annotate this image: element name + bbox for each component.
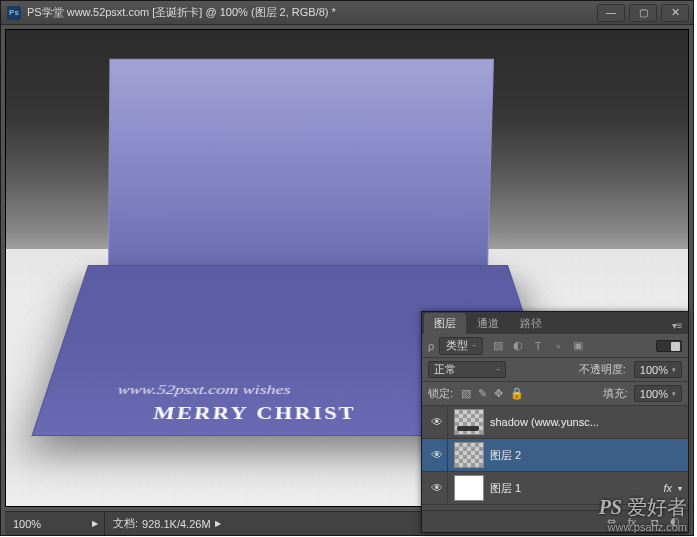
- fill-input[interactable]: 100% ▾: [634, 385, 682, 402]
- chevron-down-icon[interactable]: ▾: [678, 484, 682, 493]
- layers-footer: ⇔ fx. ◘ ◐: [422, 510, 688, 532]
- layer-thumbnail[interactable]: [454, 409, 484, 435]
- close-button[interactable]: ✕: [661, 4, 689, 22]
- lock-label: 锁定:: [428, 386, 453, 401]
- layer-thumbnail[interactable]: [454, 475, 484, 501]
- maximize-button[interactable]: ▢: [629, 4, 657, 22]
- filter-icons: ▨ ◐ T ▫ ▣: [492, 340, 584, 352]
- blend-opacity-row: 正常 ÷ 不透明度: 100% ▾: [422, 358, 688, 382]
- layer-mask-icon[interactable]: ◘: [651, 516, 658, 528]
- photoshop-window: Ps PS学堂 www.52psxt.com [圣诞折卡] @ 100% (图层…: [0, 0, 694, 536]
- layer-thumbnail[interactable]: [454, 442, 484, 468]
- doc-size-value: 928.1K/4.26M: [142, 518, 211, 530]
- link-layers-icon[interactable]: ⇔: [607, 515, 616, 528]
- chevron-down-icon: ▾: [672, 390, 676, 398]
- app-icon: Ps: [7, 6, 21, 20]
- opacity-input[interactable]: 100% ▾: [634, 361, 682, 378]
- visibility-toggle[interactable]: 👁: [426, 406, 448, 438]
- pixel-filter-icon[interactable]: ▨: [492, 340, 504, 352]
- adjustment-layer-icon[interactable]: ◐: [670, 515, 680, 528]
- document-size[interactable]: 文档: 928.1K/4.26M ▶: [105, 516, 227, 531]
- layer-style-icon[interactable]: fx.: [628, 516, 640, 528]
- doc-label: 文档:: [113, 516, 138, 531]
- panel-tabbar: 图层 通道 路径 ▾≡: [422, 312, 688, 334]
- window-title: PS学堂 www.52psxt.com [圣诞折卡] @ 100% (图层 2,…: [27, 5, 593, 20]
- layer-row[interactable]: 👁 图层 2: [422, 439, 688, 472]
- opacity-label: 不透明度:: [579, 362, 626, 377]
- filter-toggle[interactable]: [656, 340, 682, 352]
- visibility-toggle[interactable]: 👁: [426, 472, 448, 504]
- chevron-down-icon: ÷: [472, 342, 476, 349]
- smart-filter-icon[interactable]: ▣: [572, 340, 584, 352]
- lock-fill-row: 锁定: ▧ ✎ ✥ 🔒 填充: 100% ▾: [422, 382, 688, 406]
- layer-filter-row: ρ 类型 ÷ ▨ ◐ T ▫ ▣: [422, 334, 688, 358]
- layer-row[interactable]: 👁 图层 1 fx ▾: [422, 472, 688, 505]
- layers-panel[interactable]: 图层 通道 路径 ▾≡ ρ 类型 ÷ ▨ ◐ T ▫ ▣ 正常 ÷: [421, 311, 689, 533]
- lock-position-icon[interactable]: ✥: [494, 387, 503, 400]
- tab-channels[interactable]: 通道: [467, 313, 509, 334]
- layer-list: 👁 shadow (www.yunsc... 👁 图层 2 👁 图层 1 fx …: [422, 406, 688, 510]
- blend-mode-dropdown[interactable]: 正常 ÷: [428, 361, 506, 378]
- card-script-text: www.52psxt.com wishes: [116, 383, 291, 398]
- layer-row[interactable]: 👁 shadow (www.yunsc...: [422, 406, 688, 439]
- adjustment-filter-icon[interactable]: ◐: [512, 340, 524, 352]
- panel-menu-button[interactable]: ▾≡: [668, 316, 686, 334]
- type-filter-icon[interactable]: T: [532, 340, 544, 352]
- titlebar[interactable]: Ps PS学堂 www.52psxt.com [圣诞折卡] @ 100% (图层…: [1, 1, 693, 25]
- tab-paths[interactable]: 路径: [510, 313, 552, 334]
- chevron-right-icon: ▶: [92, 519, 98, 528]
- tab-layers[interactable]: 图层: [424, 313, 466, 334]
- window-controls: — ▢ ✕: [593, 4, 689, 22]
- card-merry-text: MERRY CHRIST: [152, 404, 357, 423]
- lock-pixels-icon[interactable]: ✎: [478, 387, 487, 400]
- fx-badge[interactable]: fx: [663, 482, 672, 494]
- lock-transparency-icon[interactable]: ▧: [461, 387, 471, 400]
- chevron-down-icon: ▾: [672, 366, 676, 374]
- card-top-panel: [108, 59, 494, 270]
- filter-kind-dropdown[interactable]: 类型 ÷: [439, 337, 483, 355]
- chevron-down-icon: ÷: [496, 366, 500, 373]
- minimize-button[interactable]: —: [597, 4, 625, 22]
- fill-label: 填充:: [603, 386, 628, 401]
- search-icon: ρ: [428, 340, 434, 352]
- layer-name-label[interactable]: 图层 2: [490, 448, 688, 463]
- layer-name-label[interactable]: 图层 1: [490, 481, 663, 496]
- lock-all-icon[interactable]: 🔒: [510, 387, 524, 400]
- visibility-toggle[interactable]: 👁: [426, 439, 448, 471]
- layer-name-label[interactable]: shadow (www.yunsc...: [490, 416, 688, 428]
- zoom-level[interactable]: 100% ▶: [5, 512, 105, 535]
- chevron-right-icon: ▶: [215, 519, 221, 528]
- shape-filter-icon[interactable]: ▫: [552, 340, 564, 352]
